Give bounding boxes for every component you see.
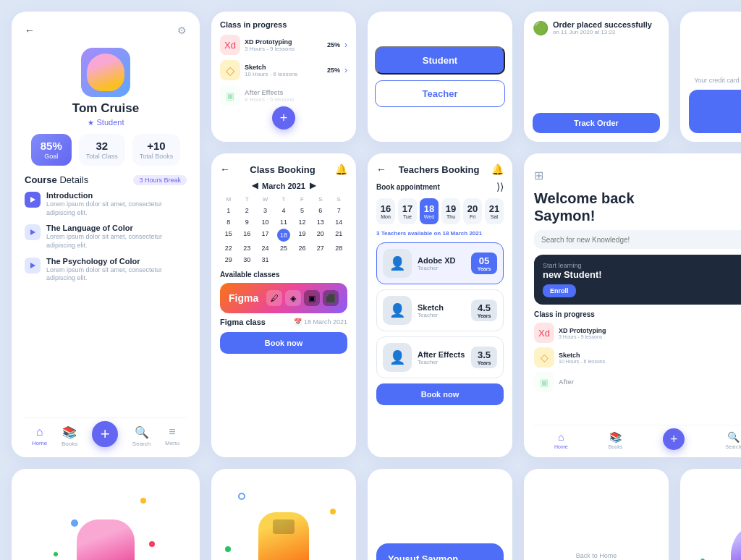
date-17[interactable]: 17 Tue (398, 198, 417, 224)
teacher-avatar-2: 👤 (383, 296, 412, 325)
svg-marker-1 (30, 229, 35, 235)
cal-6[interactable]: 6 (312, 205, 329, 216)
cal-5[interactable]: 5 (294, 205, 310, 216)
laptop-icon (273, 519, 295, 534)
welcome-nav-home[interactable]: ⌂ Home (554, 431, 568, 450)
home-icon-2: ⌂ (558, 431, 564, 443)
teacher-after-effects[interactable]: 👤 After Effects Teacher 3.5 Years (376, 336, 504, 378)
cal-8[interactable]: 8 (220, 217, 237, 227)
profile-card: ← ⚙ Tom Cruise ★ Student 85% Goal 32 Tot… (12, 12, 200, 457)
books-icon-2: 📚 (609, 431, 622, 443)
order-success-card: 🟢 Order placed successfully on 11 Jun 20… (524, 12, 669, 142)
teacher-years-1: 05 Years (471, 253, 497, 274)
book-now-button[interactable]: Book now (220, 332, 347, 354)
nav-menu[interactable]: ≡ Menu (165, 425, 179, 447)
date-16[interactable]: 16 Mon (376, 198, 395, 224)
date-20[interactable]: 20 Fri (463, 198, 482, 224)
cal-24[interactable]: 24 (257, 243, 274, 253)
cal-14[interactable]: 14 (331, 217, 347, 227)
play-btn-3[interactable] (25, 258, 41, 273)
search-bar[interactable]: 🔍 (534, 230, 741, 249)
play-btn-2[interactable] (25, 224, 41, 240)
play-btn-1[interactable] (25, 192, 41, 208)
dots-scatter-1 (19, 476, 192, 560)
cal-19[interactable]: 19 (294, 229, 310, 242)
cal-28[interactable]: 28 (331, 243, 347, 253)
credit-card-visual: 💳 (689, 90, 741, 133)
progress-fab[interactable]: + (272, 106, 295, 130)
welcome-prog-other: ▣ After (534, 372, 741, 392)
progress-item-other: ▣ After Effects 8 Hours · 5 lessons (220, 85, 347, 106)
cal-9[interactable]: 9 (238, 217, 255, 227)
search-input[interactable] (541, 236, 741, 244)
dots-scatter-2 (219, 476, 349, 560)
cal-21[interactable]: 21 (331, 229, 347, 242)
welcome-nav-search[interactable]: 🔍 Search (725, 431, 741, 450)
nav-fab[interactable]: + (92, 425, 118, 447)
cal-10[interactable]: 10 (257, 217, 274, 227)
dot-red-1 (149, 541, 155, 547)
cal-22[interactable]: 22 (220, 243, 237, 253)
settings-icon[interactable]: ⚙ (177, 25, 187, 36)
class-date: 📅 18 March 2021 (294, 318, 347, 326)
track-order-button[interactable]: Track Order (533, 113, 660, 133)
next-month-btn[interactable]: ▶ (310, 181, 316, 190)
nav-home[interactable]: ⌂ Home (32, 425, 47, 447)
cal-7[interactable]: 7 (331, 205, 347, 216)
cal-16[interactable]: 16 (238, 229, 255, 242)
date-21[interactable]: 21 Sat (485, 198, 504, 224)
purple-figure (731, 527, 741, 560)
bottom-card-2 (211, 469, 356, 560)
figure-bottom-1 (77, 519, 135, 560)
welcome-nav-books[interactable]: 📚 Books (609, 431, 622, 450)
student-button[interactable]: Student (375, 46, 505, 75)
cal-11[interactable]: 11 (275, 217, 292, 227)
cal-3[interactable]: 3 (257, 205, 274, 216)
fab-button-2[interactable]: + (663, 428, 685, 450)
cal-25[interactable]: 25 (275, 243, 292, 253)
teacher-sketch[interactable]: 👤 Sketch Teacher 4.5 Years (376, 289, 504, 331)
cal-27[interactable]: 27 (312, 243, 329, 253)
teachers-back-icon[interactable]: ← (376, 164, 386, 175)
bottom-card-1 (12, 469, 200, 560)
month-label: March 2021 (262, 182, 305, 190)
teachers-notif-icon[interactable]: 🔔 (491, 164, 504, 175)
cal-1[interactable]: 1 (220, 205, 237, 216)
nav-search[interactable]: 🔍 Search (132, 425, 151, 447)
cal-15[interactable]: 15 (220, 229, 237, 242)
cal-29[interactable]: 29 (220, 255, 237, 265)
date-18-active[interactable]: 18 Wed (420, 198, 439, 224)
teachers-booking-card: ← Teachers Booking 🔔 Book appointment ⟩⟩… (368, 153, 512, 457)
date-19[interactable]: 19 Thu (441, 198, 460, 224)
filter-icon[interactable]: ⟩⟩ (496, 181, 504, 192)
cal-12[interactable]: 12 (294, 217, 310, 227)
cal-18-today[interactable]: 18 (277, 229, 290, 242)
booking-notif-icon[interactable]: 🔔 (335, 164, 347, 175)
cal-20[interactable]: 20 (312, 229, 329, 242)
nav-books[interactable]: 📚 Books (62, 425, 77, 447)
cal-13[interactable]: 13 (312, 217, 329, 227)
course-item-3: The Psychology of Color Lorem ipsum dolo… (25, 257, 187, 283)
figma-class-card[interactable]: Figma 🖊 ◈ ▣ ⬛ (220, 283, 347, 313)
welcome-top: ⊞ (534, 164, 741, 187)
book-now-button-2[interactable]: Book now (376, 383, 504, 405)
prev-month-btn[interactable]: ◀ (252, 181, 258, 190)
cal-2[interactable]: 2 (238, 205, 255, 216)
date-picker: 16 Mon 17 Tue 18 Wed 19 Thu 20 Fri 21 Sa… (376, 198, 504, 224)
teacher-button[interactable]: Teacher (375, 80, 505, 107)
cal-30[interactable]: 30 (238, 255, 255, 265)
teacher-adobe-xd[interactable]: 👤 Adobe XD Teacher 05 Years (376, 242, 504, 284)
cal-26[interactable]: 26 (294, 243, 310, 253)
back-icon[interactable]: ← (25, 25, 35, 36)
figma-icons: 🖊 ◈ ▣ ⬛ (266, 290, 339, 306)
enroll-button[interactable]: Enroll (543, 284, 576, 297)
booking-back-icon[interactable]: ← (220, 164, 230, 175)
fab-button[interactable]: + (92, 421, 118, 447)
cal-23[interactable]: 23 (238, 243, 255, 253)
cal-31[interactable]: 31 (257, 255, 274, 265)
sketch-icon-2: ◇ (534, 347, 554, 368)
cal-17[interactable]: 17 (257, 229, 274, 242)
welcome-nav-fab[interactable]: + (663, 431, 685, 450)
cal-4[interactable]: 4 (275, 205, 292, 216)
figma-icon-2: ◈ (285, 290, 301, 306)
